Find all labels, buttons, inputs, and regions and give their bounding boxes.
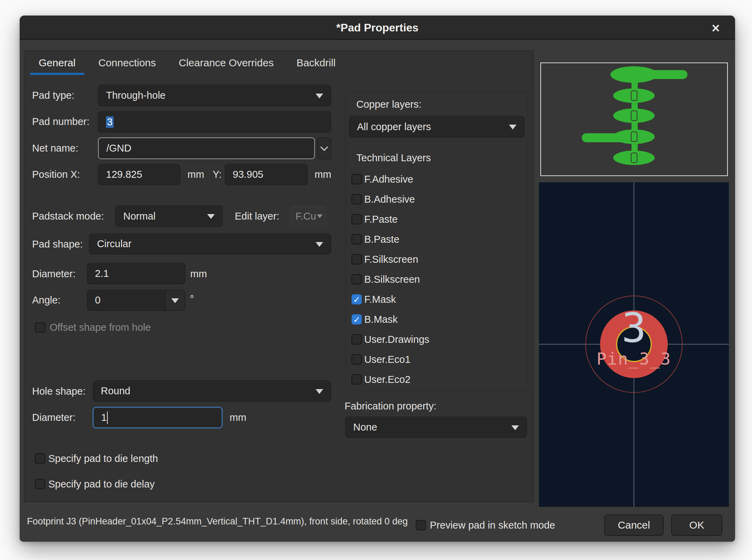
padstack-mode-dropdown[interactable]: Normal bbox=[115, 205, 223, 227]
close-icon[interactable]: × bbox=[708, 20, 723, 36]
pad-number-label: Pad number: bbox=[32, 115, 89, 128]
pad-to-die-delay-checkbox[interactable] bbox=[35, 479, 45, 489]
layer-label: User.Drawings bbox=[364, 334, 430, 345]
padstack-mode-label: Padstack mode: bbox=[32, 210, 104, 222]
angle-unit: ° bbox=[190, 292, 194, 305]
pad-net-text: Pin_3_3 bbox=[597, 349, 671, 368]
fabrication-property-dropdown[interactable]: None bbox=[345, 417, 527, 438]
layer-checkbox-b-adhesive[interactable] bbox=[351, 194, 362, 204]
layer-row-b-mask: ✓B.Mask bbox=[351, 309, 430, 329]
position-x-value: 129.825 bbox=[106, 169, 142, 180]
pad-to-die-length-checkbox[interactable] bbox=[35, 453, 45, 464]
layer-checkbox-f-silkscreen[interactable] bbox=[351, 254, 362, 264]
net-name-value: /GND bbox=[106, 143, 132, 154]
copper-layers-dropdown[interactable]: All copper layers bbox=[349, 116, 524, 137]
hole-diameter-unit: mm bbox=[230, 411, 246, 424]
sketch-mode-checkbox[interactable] bbox=[416, 520, 426, 530]
pad-type-dropdown[interactable]: Through-hole bbox=[98, 85, 331, 106]
angle-label: Angle: bbox=[32, 294, 60, 306]
position-y-input[interactable]: 93.905 bbox=[225, 164, 308, 185]
net-name-dropdown-button[interactable] bbox=[317, 137, 331, 159]
layer-checkbox-user-eco1[interactable] bbox=[351, 354, 362, 365]
tab-general[interactable]: General bbox=[30, 51, 84, 75]
angle-dropdown-button[interactable] bbox=[165, 290, 185, 310]
copper-layers-label: Copper layers: bbox=[356, 98, 422, 110]
position-x-input[interactable]: 129.825 bbox=[98, 164, 180, 185]
pad-to-die-length-label: Specify pad to die length bbox=[48, 452, 158, 465]
layer-checkbox-user-eco2[interactable] bbox=[351, 374, 362, 385]
hole-diameter-label: Diameter: bbox=[32, 411, 76, 424]
layer-row-f-mask: ✓F.Mask bbox=[351, 289, 430, 309]
tabs: GeneralConnectionsClearance OverridesBac… bbox=[30, 51, 344, 75]
pad-to-die-delay-label: Specify pad to die delay bbox=[48, 478, 155, 490]
layer-row-b-paste: B.Paste bbox=[351, 229, 430, 249]
chevron-down-icon bbox=[316, 242, 323, 247]
footprint-preview-panel bbox=[540, 62, 728, 176]
tab-label: Connections bbox=[98, 57, 156, 68]
layer-checkbox-b-silkscreen[interactable] bbox=[351, 274, 362, 284]
tab-label: Clearance Overrides bbox=[179, 57, 274, 68]
position-y-value: 93.905 bbox=[233, 169, 263, 180]
active-tab-underline bbox=[30, 73, 84, 75]
tab-label: Backdrill bbox=[297, 57, 336, 68]
layer-checkbox-f-adhesive[interactable] bbox=[351, 174, 362, 184]
net-name-input[interactable]: /GND bbox=[98, 137, 315, 159]
layer-label: F.Mask bbox=[364, 294, 396, 305]
pad-shape-dropdown[interactable]: Circular bbox=[89, 233, 331, 254]
chevron-down-icon bbox=[171, 298, 179, 303]
titlebar: *Pad Properties × bbox=[20, 16, 735, 40]
cancel-button[interactable]: Cancel bbox=[604, 514, 664, 536]
pad-number-text: 3 bbox=[621, 304, 646, 351]
layer-label: B.Paste bbox=[364, 234, 399, 245]
layer-row-user-drawings: User.Drawings bbox=[351, 329, 430, 349]
layer-label: F.Silkscreen bbox=[364, 254, 418, 265]
pad-diameter-label: Diameter: bbox=[32, 268, 76, 280]
dialog-title: *Pad Properties bbox=[20, 16, 735, 40]
pad-preview-canvas: 3 Pin_3_3 bbox=[539, 182, 729, 507]
padstack-mode-value: Normal bbox=[123, 211, 155, 222]
angle-value: 0 bbox=[95, 295, 100, 306]
layer-row-b-silkscreen: B.Silkscreen bbox=[351, 269, 430, 289]
position-y-label: Y: bbox=[213, 168, 222, 181]
chevron-down-icon bbox=[316, 94, 323, 98]
chevron-down-icon bbox=[320, 143, 328, 151]
edit-layer-dropdown: F.Cu bbox=[290, 206, 326, 226]
hole-shape-label: Hole shape: bbox=[32, 385, 86, 397]
footprint-status-text: Footprint J3 (PinHeader_01x04_P2.54mm_Ve… bbox=[27, 516, 408, 527]
hole-shape-value: Round bbox=[101, 385, 130, 397]
layer-checkbox-b-mask[interactable]: ✓ bbox=[351, 314, 362, 325]
footprint-preview-svg bbox=[541, 63, 727, 175]
tab-label: General bbox=[39, 57, 76, 68]
chevron-down-icon bbox=[207, 214, 215, 219]
layer-checkbox-f-paste[interactable] bbox=[351, 214, 362, 224]
pad-type-label: Pad type: bbox=[32, 89, 75, 102]
angle-combobox[interactable]: 0 bbox=[87, 290, 185, 311]
tab-clearance-overrides[interactable]: Clearance Overrides bbox=[170, 51, 282, 75]
pad-number-input[interactable]: 3 bbox=[98, 111, 331, 133]
layer-row-f-silkscreen: F.Silkscreen bbox=[351, 249, 430, 269]
layer-label: F.Paste bbox=[364, 214, 398, 225]
chevron-down-icon bbox=[509, 125, 517, 129]
pad-diameter-value: 2.1 bbox=[95, 268, 109, 279]
hole-diameter-input[interactable]: 1 bbox=[93, 407, 222, 428]
hole-shape-dropdown[interactable]: Round bbox=[93, 380, 331, 402]
layer-row-user-eco2: User.Eco2 bbox=[351, 369, 430, 389]
pad-shape-value: Circular bbox=[97, 238, 132, 250]
sketch-mode-label: Preview pad in sketch mode bbox=[430, 519, 555, 531]
layer-label: F.Adhesive bbox=[364, 174, 413, 185]
pad-diameter-input[interactable]: 2.1 bbox=[87, 263, 185, 284]
layer-checkbox-b-paste[interactable] bbox=[351, 234, 362, 244]
layer-row-b-adhesive: B.Adhesive bbox=[351, 189, 430, 209]
technical-layers-label: Technical Layers bbox=[356, 152, 431, 164]
tab-backdrill[interactable]: Backdrill bbox=[288, 51, 344, 75]
layer-label: B.Silkscreen bbox=[364, 274, 420, 285]
layer-label: B.Mask bbox=[364, 314, 398, 325]
layer-row-f-paste: F.Paste bbox=[351, 209, 430, 229]
offset-shape-checkbox bbox=[35, 322, 45, 333]
tab-connections[interactable]: Connections bbox=[90, 51, 165, 75]
layer-checkbox-f-mask[interactable]: ✓ bbox=[351, 294, 362, 305]
copper-layers-value: All copper layers bbox=[357, 121, 431, 133]
layer-checkbox-user-drawings[interactable] bbox=[351, 334, 362, 345]
chevron-down-icon bbox=[511, 425, 519, 430]
ok-button[interactable]: OK bbox=[671, 514, 722, 536]
